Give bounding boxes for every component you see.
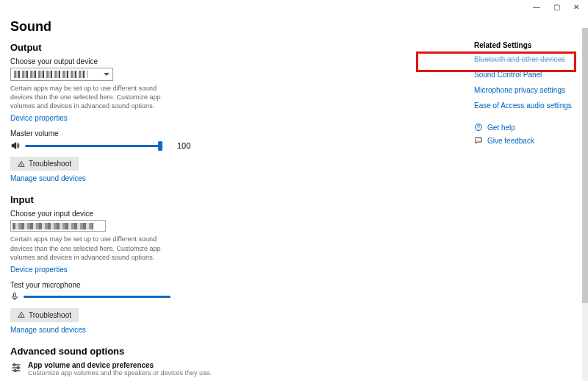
input-heading: Input [10, 194, 474, 205]
output-device-dropdown[interactable] [10, 68, 113, 81]
microphone-icon [10, 292, 19, 302]
input-device-dropdown[interactable] [10, 220, 106, 232]
master-volume-slider[interactable] [25, 145, 161, 147]
input-troubleshoot-button[interactable]: Troubleshoot [10, 308, 79, 322]
page-title: Sound [10, 19, 474, 35]
get-help-link[interactable]: Get help [474, 123, 588, 132]
advanced-heading: Advanced sound options [10, 346, 474, 357]
scrollbar[interactable] [582, 28, 588, 381]
sound-control-panel-link[interactable]: Sound Control Panel [474, 71, 588, 79]
output-heading: Output [10, 42, 474, 53]
svg-point-2 [21, 316, 22, 317]
bluetooth-devices-link[interactable]: Bluetooth and other devices [474, 55, 588, 63]
svg-rect-1 [14, 293, 16, 297]
master-volume-label: Master volume [10, 129, 474, 138]
svg-point-3 [13, 364, 15, 366]
speaker-icon[interactable] [10, 140, 21, 151]
input-manage-link[interactable]: Manage sound devices [10, 326, 86, 334]
output-troubleshoot-button[interactable]: Troubleshoot [10, 157, 79, 171]
window-titlebar: — ▢ ✕ [0, 0, 588, 15]
feedback-icon [474, 136, 483, 145]
app-volume-title: App volume and device preferences [28, 361, 212, 369]
output-choose-label: Choose your output device [10, 57, 474, 65]
master-volume-value: 100 [177, 141, 190, 150]
minimize-button[interactable]: — [533, 4, 540, 11]
output-device-properties-link[interactable]: Device properties [10, 114, 68, 122]
svg-point-0 [21, 165, 22, 166]
warning-icon [18, 160, 25, 168]
svg-point-5 [14, 370, 16, 372]
input-device-properties-link[interactable]: Device properties [10, 266, 68, 274]
input-choose-label: Choose your input device [10, 210, 474, 218]
input-hint: Certain apps may be set up to use differ… [10, 235, 179, 261]
warning-icon [18, 311, 25, 318]
give-feedback-link[interactable]: Give feedback [474, 136, 588, 145]
microphone-privacy-link[interactable]: Microphone privacy settings [474, 86, 588, 94]
related-settings-heading: Related Settings [474, 41, 588, 49]
scrollbar-thumb[interactable] [582, 28, 588, 303]
output-hint: Certain apps may be set up to use differ… [10, 84, 179, 110]
app-volume-preferences-item[interactable]: App volume and device preferences Custom… [10, 361, 474, 377]
related-settings-panel: Related Settings Bluetooth and other dev… [474, 15, 588, 381]
sliders-icon [10, 362, 22, 374]
main-content: Sound Output Choose your output device C… [0, 15, 474, 381]
maximize-button[interactable]: ▢ [553, 4, 560, 11]
svg-point-7 [478, 129, 479, 129]
output-manage-link[interactable]: Manage sound devices [10, 174, 86, 182]
microphone-level-bar [24, 296, 171, 298]
close-button[interactable]: ✕ [573, 4, 579, 11]
ease-of-access-audio-link[interactable]: Ease of Access audio settings [474, 102, 588, 110]
test-microphone-label: Test your microphone [10, 281, 474, 289]
help-icon [474, 123, 483, 132]
app-volume-subtitle: Customize app volumes and the speakers o… [28, 369, 212, 377]
svg-point-4 [17, 367, 19, 369]
